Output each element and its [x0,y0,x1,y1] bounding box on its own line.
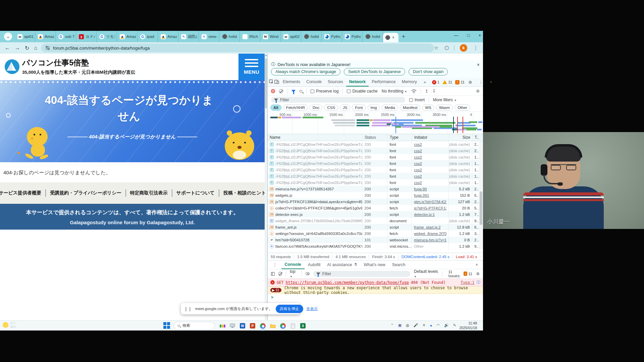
site-logo[interactable] [5,59,19,74]
console-issues-badge[interactable]: 11 Issues:!11 [448,270,472,278]
menu-button[interactable]: MENU [238,54,265,80]
initiator-link[interactable]: mieruca-hm.js?v=173716 [414,238,446,242]
scrollbar-thumb[interactable] [265,58,267,109]
network-request-row[interactable]: T-F62fjtqLzI2JPCgQBnw7HFow2oe2EcP5pp0erw… [268,173,479,179]
console-settings-icon[interactable]: ⚙ [476,272,480,276]
network-request-row[interactable]: ()settings?session_id=642a85d39033f2a0c2… [268,230,479,237]
live-expression-icon[interactable] [306,272,310,275]
filter-chip-other[interactable]: Other [454,105,470,111]
devtools-tab-performance[interactable]: Performance [369,78,399,86]
error-info-icon[interactable]: ⓘ [477,280,481,285]
devtools-kebab-icon[interactable]: ⋮ [476,78,486,86]
filter-chip-all[interactable]: All [270,105,281,111]
tray-pen-icon[interactable]: ✎ [453,323,456,327]
url-text[interactable]: forum.pc5bai.com/member/python-data/hoge… [53,46,150,51]
filter-chip-font[interactable]: Font [352,105,366,111]
network-request-row[interactable]: T-F62fjtqLzI2JPCgQBnw7HFow2oe2EcP5pp0erw… [268,147,479,154]
filter-chip-js[interactable]: JS [340,105,350,111]
network-request-row[interactable]: ⇄hm?sld=500410728101websocketmieruca-hm.… [268,237,479,243]
taskbar-notepad-icon[interactable] [289,322,297,329]
column-header-name[interactable]: Name [268,134,363,141]
browser-tab[interactable]: holid [219,31,240,42]
taskbar-folder-icon[interactable] [269,322,276,329]
column-header-type[interactable]: Type [388,134,412,141]
stop-sharing-button[interactable]: 共有を停止 [276,305,303,313]
disable-cache-checkbox[interactable]: Disable cache [347,89,377,94]
tray-shield-icon[interactable]: ◍ [406,323,409,327]
warning-group-badge[interactable]: ▶11 [270,288,281,292]
network-request-row[interactable]: JSjs?id=G-PTFKCF1386&l=dataLayer&cx=c&gt… [268,198,479,205]
new-tab-button[interactable]: + [402,33,405,40]
browser-menu-icon[interactable]: ⋮ [473,45,478,51]
network-filter-input[interactable]: Filter [271,97,405,103]
initiator-link[interactable]: js?id=G-PTFKCF1386&l= [414,206,446,210]
filter-chip-img[interactable]: Img [368,105,380,111]
tab-search-button[interactable]: ⌄ [4,33,12,41]
footer-link[interactable]: サービス提供者概要 [0,189,46,197]
profile-avatar[interactable]: k [460,44,467,52]
active-tab[interactable]: × [383,33,398,42]
filter-chip-media[interactable]: Media [382,105,398,111]
initiator-link[interactable]: detector.js:1 [414,213,435,217]
taskbar-meet-people-icon[interactable] [219,322,226,329]
network-overview-timeline[interactable]: 500 ms1000 ms1500 ms2000 ms2500 ms3000 m… [268,112,483,134]
filter-chip-ws[interactable]: WS [422,105,434,111]
console-prompt[interactable]: > [268,294,277,301]
issues-count-badge[interactable]: !11 [455,80,465,84]
initiator-link[interactable]: gtm.js?id=GTM-K2BCL7D [414,200,446,204]
network-settings-icon[interactable]: ⚙ [476,89,480,94]
console-drawer-tab-aiassistance[interactable]: AI assistance⚗ [324,260,360,269]
warning-count-badge[interactable]: 11 [442,80,452,84]
export-har-icon[interactable]: ↧ [432,89,436,94]
network-request-row[interactable]: ()collect?v=2&tid=G-PTFKCF1386&gtm=45je5… [268,205,479,211]
error-url-link[interactable]: https://forum.pc5bai.com/member/python-d… [286,280,409,285]
scroll-up-arrow[interactable]: ▲ [265,54,267,56]
console-drawer-tab-console[interactable]: Console [281,260,305,269]
browser-tab[interactable]: aAmaz [117,31,138,42]
tray-volume-icon[interactable]: 🔊 [444,323,449,327]
search-icon[interactable] [300,90,302,93]
initiator-link[interactable]: css2 [414,174,422,178]
address-bar[interactable]: forum.pc5bai.com/member/python-data/hoge… [41,44,434,52]
network-conditions-icon[interactable] [411,89,417,94]
taskbar-word-icon[interactable]: W [239,322,246,329]
taskbar-powerpoint-icon[interactable]: P [249,322,256,329]
taskbar-clock[interactable]: 11:48 2025/01/18 [459,321,477,330]
initiator-link[interactable]: css2 [414,149,422,153]
network-request-row[interactable]: JSmieruca-hm.js?v=1737168514357200script… [268,186,479,192]
bookmark-star-icon[interactable]: ☆ [434,45,438,51]
network-request-row[interactable]: JSwidgets.js200scriptfuga:391152 B5... [268,192,479,198]
browser-tab[interactable]: ✎view- [199,31,219,42]
filter-chip-doc[interactable]: Doc [310,105,322,111]
console-sidebar-icon[interactable] [271,272,275,276]
more-filters-dropdown[interactable]: More filters ▼ [433,98,457,102]
clear-network-log-icon[interactable] [279,89,283,93]
initiator-link[interactable]: css2 [414,155,422,159]
column-header-size[interactable]: Size [449,134,473,141]
banner-button[interactable]: Switch DevTools to Japanese [344,68,405,75]
extensions-icon[interactable]: ⬡ [444,45,449,51]
devtools-tab-sources[interactable]: Sources [325,78,346,86]
initiator-link[interactable]: css2 [414,142,422,146]
inspect-element-icon[interactable] [269,79,274,85]
maximize-button[interactable]: □ [467,33,470,38]
banner-button[interactable]: Don't show again [409,68,448,75]
browser-tab[interactable]: mapi02 [281,31,301,42]
console-drawer-tab-whatsnew[interactable]: What's new [361,260,389,269]
preserve-log-checkbox[interactable]: Preserve log [311,89,338,94]
initiator-link[interactable]: fuga:90 [414,187,427,191]
record-network-log-icon[interactable] [271,89,275,93]
start-button[interactable] [163,322,170,329]
taskbar-excel-icon[interactable]: X [299,322,307,329]
browser-tab[interactable]: mapi01 [15,31,35,42]
browser-tab[interactable]: holid [301,31,322,42]
taskbar-chrome2-icon[interactable] [279,322,286,329]
browser-tab[interactable]: WWind [260,31,281,42]
browser-tab[interactable]: Gusb 7 [56,31,76,42]
tab-close-icon[interactable]: × [392,35,394,40]
taskbar-chrome-icon[interactable] [259,322,266,329]
console-drawer-tab-search[interactable]: Search [389,260,409,269]
devtools-tab-memory[interactable]: Memory [399,78,420,86]
browser-tab[interactable]: Gリモコ [97,31,117,42]
back-button[interactable]: ← [5,45,10,51]
